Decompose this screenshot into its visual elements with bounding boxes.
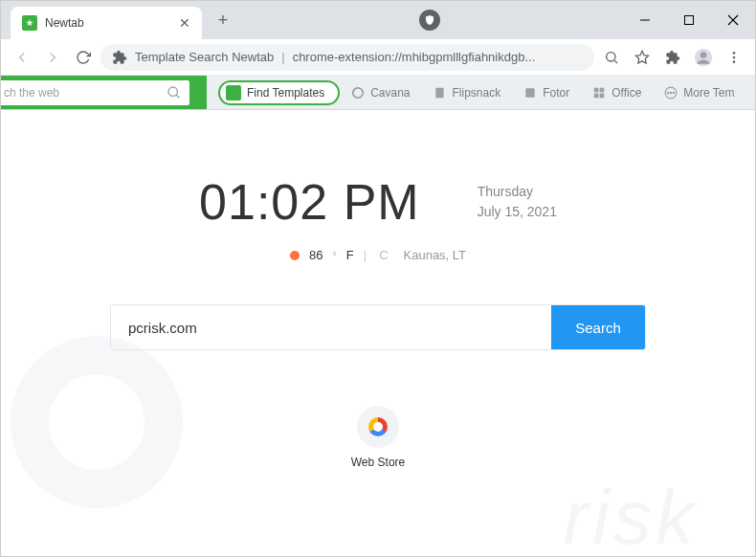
address-bar: Template Search Newtab | chrome-extensio… — [1, 39, 755, 76]
profile-icon[interactable] — [690, 44, 717, 71]
search-icon[interactable] — [598, 44, 625, 71]
tab-favicon — [22, 15, 37, 31]
chrome-icon — [368, 417, 388, 436]
tab-title: Newtab — [45, 16, 171, 30]
svg-rect-15 — [435, 87, 443, 98]
unit-fahrenheit[interactable]: F — [346, 248, 354, 262]
extension-icon — [112, 50, 127, 65]
toolbar-link-office[interactable]: Office — [581, 76, 653, 110]
watermark-text: risk — [564, 474, 698, 557]
omnibox[interactable]: Template Search Newtab | chrome-extensio… — [100, 44, 594, 71]
svg-marker-6 — [635, 51, 648, 63]
titlebar: Newtab ✕ + — [1, 1, 755, 39]
svg-point-14 — [353, 87, 364, 98]
find-templates-button[interactable]: Find Templates — [218, 80, 340, 105]
bookmark-star-icon[interactable] — [629, 44, 656, 71]
search-input[interactable] — [111, 305, 551, 349]
minimize-button[interactable] — [623, 1, 667, 39]
location-label: Kaunas, LT — [404, 248, 467, 262]
extension-toolbar: ch the web Find Templates Cavana Flipsna… — [1, 76, 755, 110]
svg-rect-20 — [600, 93, 605, 98]
grid-icon — [592, 86, 606, 100]
browser-tab[interactable]: Newtab ✕ — [11, 7, 202, 39]
search-box: Search — [110, 304, 646, 350]
svg-rect-18 — [600, 87, 605, 92]
maximize-button[interactable] — [667, 1, 711, 39]
unit-separator: | — [364, 248, 367, 262]
temperature: 86 — [309, 248, 322, 262]
search-row: Search — [1, 304, 755, 350]
svg-point-24 — [674, 92, 675, 93]
clock-time: 01:02 PM — [199, 173, 420, 231]
shortcut-icon-wrap — [357, 406, 399, 448]
svg-line-5 — [614, 60, 617, 63]
svg-rect-1 — [685, 16, 694, 25]
page-icon — [434, 86, 447, 100]
toolbar-link-fotor[interactable]: Fotor — [512, 76, 581, 110]
template-icon — [226, 85, 241, 100]
toolbar-link-more[interactable]: More Tem — [653, 76, 745, 110]
main-content: risk 01:02 PM Thursday July 15, 2021 86 … — [1, 173, 755, 557]
svg-point-8 — [700, 52, 707, 58]
svg-rect-17 — [594, 87, 599, 92]
window-controls — [623, 1, 755, 39]
omnibox-url: chrome-extension://mhibgpmlllgfiahnikdgb… — [293, 50, 536, 64]
back-button[interactable] — [9, 44, 35, 71]
svg-point-11 — [733, 60, 736, 63]
toolbar-search[interactable]: ch the web — [1, 80, 189, 105]
toolbar-search-wrap: ch the web — [1, 76, 207, 110]
close-window-button[interactable] — [711, 1, 755, 39]
svg-point-10 — [733, 56, 736, 58]
svg-rect-19 — [594, 93, 599, 98]
omnibox-separator: | — [281, 50, 284, 64]
forward-button[interactable] — [39, 44, 66, 71]
svg-point-23 — [671, 92, 672, 93]
tab-close-icon[interactable]: ✕ — [179, 15, 190, 31]
toolbar-search-placeholder: ch the web — [4, 86, 167, 100]
shortcut-label: Web Store — [351, 456, 405, 469]
svg-point-4 — [607, 52, 615, 60]
more-icon — [664, 86, 678, 100]
weather-row: 86 ° F |C Kaunas, LT — [1, 248, 755, 262]
circle-icon — [351, 86, 365, 100]
extensions-icon[interactable] — [659, 44, 686, 71]
menu-icon[interactable] — [721, 44, 747, 71]
svg-point-9 — [733, 52, 736, 55]
reload-button[interactable] — [70, 44, 97, 71]
unit-celsius[interactable]: C — [379, 248, 388, 262]
new-tab-button[interactable]: + — [210, 7, 236, 33]
toolbar-link-flipsnack[interactable]: Flipsnack — [422, 76, 513, 110]
svg-rect-16 — [526, 88, 535, 97]
svg-line-13 — [176, 95, 179, 98]
clock-row: 01:02 PM Thursday July 15, 2021 — [1, 173, 755, 231]
search-icon — [167, 85, 182, 100]
shield-badge[interactable] — [419, 10, 440, 31]
shortcuts: Web Store — [1, 406, 755, 469]
find-templates-label: Find Templates — [247, 86, 324, 100]
toolbar-link-cavana[interactable]: Cavana — [340, 76, 421, 110]
date-label: July 15, 2021 — [478, 202, 557, 222]
svg-point-22 — [668, 92, 669, 93]
degree-symbol: ° — [332, 250, 336, 261]
search-button[interactable]: Search — [551, 305, 645, 349]
sun-icon — [290, 251, 300, 260]
square-icon — [523, 86, 537, 100]
shortcut-webstore[interactable]: Web Store — [351, 406, 405, 469]
svg-point-12 — [168, 87, 177, 96]
omnibox-title: Template Search Newtab — [135, 50, 274, 64]
day-label: Thursday — [478, 182, 557, 202]
date-block: Thursday July 15, 2021 — [478, 182, 557, 222]
